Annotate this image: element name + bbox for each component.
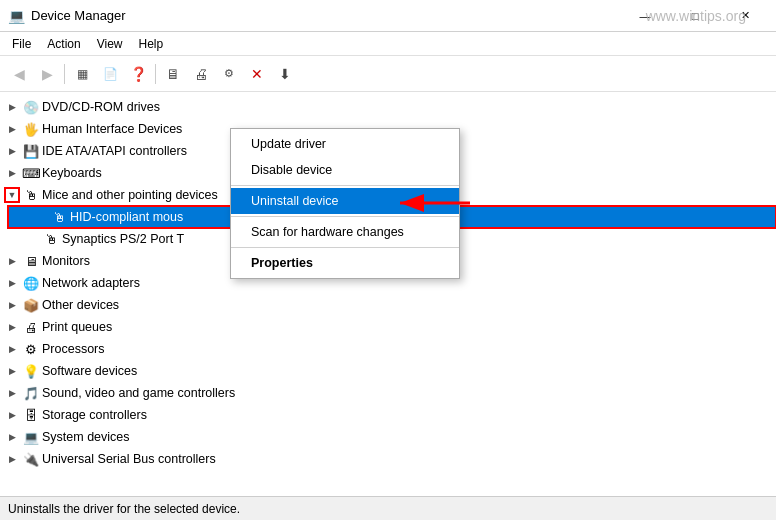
expand-usb[interactable]: ▶ — [4, 451, 20, 467]
toolbar-separator-1 — [64, 64, 65, 84]
ctx-separator-3 — [231, 247, 459, 248]
ctx-disable-device[interactable]: Disable device — [231, 157, 459, 183]
icon-storage: 🗄 — [23, 407, 39, 423]
label-print: Print queues — [42, 320, 112, 334]
tree-item-print[interactable]: ▶ 🖨 Print queues — [0, 316, 776, 338]
label-usb: Universal Serial Bus controllers — [42, 452, 216, 466]
icon-system: 💻 — [23, 429, 39, 445]
update-button[interactable]: ⬇ — [272, 61, 298, 87]
ctx-update-driver[interactable]: Update driver — [231, 131, 459, 157]
arrow-indicator — [395, 193, 475, 213]
ctx-scan-hardware[interactable]: Scan for hardware changes — [231, 219, 459, 245]
computer-button[interactable]: 🖥 — [160, 61, 186, 87]
status-text: Uninstalls the driver for the selected d… — [8, 502, 240, 516]
tree-item-system[interactable]: ▶ 💻 System devices — [0, 426, 776, 448]
properties-button[interactable]: ▦ — [69, 61, 95, 87]
menu-action[interactable]: Action — [39, 35, 88, 53]
ctx-properties[interactable]: Properties — [231, 250, 459, 276]
title-bar-icon: 💻 — [8, 8, 25, 24]
details-button[interactable]: 📄 — [97, 61, 123, 87]
print-button[interactable]: 🖨 — [188, 61, 214, 87]
tree-item-sound[interactable]: ▶ 🎵 Sound, video and game controllers — [0, 382, 776, 404]
expand-software[interactable]: ▶ — [4, 363, 20, 379]
label-ide: IDE ATA/ATAPI controllers — [42, 144, 187, 158]
ctx-separator-2 — [231, 216, 459, 217]
icon-hid-mouse: 🖱 — [51, 209, 67, 225]
icon-dvd: 💿 — [23, 99, 39, 115]
tree-item-processors[interactable]: ▶ ⚙ Processors — [0, 338, 776, 360]
menu-help[interactable]: Help — [131, 35, 172, 53]
icon-monitors: 🖥 — [23, 253, 39, 269]
expand-processors[interactable]: ▶ — [4, 341, 20, 357]
label-storage: Storage controllers — [42, 408, 147, 422]
watermark: www.wintips.org — [646, 8, 746, 24]
label-mice: Mice and other pointing devices — [42, 188, 218, 202]
label-sound: Sound, video and game controllers — [42, 386, 235, 400]
back-button[interactable]: ◀ — [6, 61, 32, 87]
label-other: Other devices — [42, 298, 119, 312]
forward-button[interactable]: ▶ — [34, 61, 60, 87]
label-dvd: DVD/CD-ROM drives — [42, 100, 160, 114]
expand-dvd[interactable]: ▶ — [4, 99, 20, 115]
expand-monitors[interactable]: ▶ — [4, 253, 20, 269]
status-bar: Uninstalls the driver for the selected d… — [0, 496, 776, 520]
expand-hid[interactable]: ▶ — [4, 121, 20, 137]
icon-synaptics: 🖱 — [43, 231, 59, 247]
expand-system[interactable]: ▶ — [4, 429, 20, 445]
tree-item-software[interactable]: ▶ 💡 Software devices — [0, 360, 776, 382]
tree-item-storage[interactable]: ▶ 🗄 Storage controllers — [0, 404, 776, 426]
expand-keyboards[interactable]: ▶ — [4, 165, 20, 181]
label-monitors: Monitors — [42, 254, 90, 268]
expand-mice[interactable]: ▼ — [4, 187, 20, 203]
label-hid: Human Interface Devices — [42, 122, 182, 136]
expand-network[interactable]: ▶ — [4, 275, 20, 291]
icon-print: 🖨 — [23, 319, 39, 335]
title-bar-title: Device Manager — [31, 8, 126, 23]
label-software: Software devices — [42, 364, 137, 378]
icon-sound: 🎵 — [23, 385, 39, 401]
expand-synaptics — [24, 231, 40, 247]
expand-sound[interactable]: ▶ — [4, 385, 20, 401]
red-arrow-icon — [395, 193, 475, 213]
expand-other[interactable]: ▶ — [4, 297, 20, 313]
scan-button[interactable]: ⚙ — [216, 61, 242, 87]
expand-storage[interactable]: ▶ — [4, 407, 20, 423]
toolbar: ◀ ▶ ▦ 📄 ❓ 🖥 🖨 ⚙ ✕ ⬇ — [0, 56, 776, 92]
ctx-separator-1 — [231, 185, 459, 186]
expand-ide[interactable]: ▶ — [4, 143, 20, 159]
help-button[interactable]: ❓ — [125, 61, 151, 87]
expand-print[interactable]: ▶ — [4, 319, 20, 335]
tree-item-other[interactable]: ▶ 📦 Other devices — [0, 294, 776, 316]
icon-hid: 🖐 — [23, 121, 39, 137]
expand-hid-mouse — [32, 209, 48, 225]
label-hid-mouse: HID-compliant mous — [70, 210, 183, 224]
label-synaptics: Synaptics PS/2 Port T — [62, 232, 184, 246]
label-keyboards: Keyboards — [42, 166, 102, 180]
label-system: System devices — [42, 430, 130, 444]
icon-other: 📦 — [23, 297, 39, 313]
icon-mice: 🖱 — [23, 187, 39, 203]
tree-item-dvd[interactable]: ▶ 💿 DVD/CD-ROM drives — [0, 96, 776, 118]
icon-ide: 💾 — [23, 143, 39, 159]
icon-usb: 🔌 — [23, 451, 39, 467]
icon-processors: ⚙ — [23, 341, 39, 357]
label-processors: Processors — [42, 342, 105, 356]
menu-bar: File Action View Help — [0, 32, 776, 56]
icon-keyboards: ⌨ — [23, 165, 39, 181]
menu-file[interactable]: File — [4, 35, 39, 53]
icon-software: 💡 — [23, 363, 39, 379]
menu-view[interactable]: View — [89, 35, 131, 53]
label-network: Network adapters — [42, 276, 140, 290]
tree-item-usb[interactable]: ▶ 🔌 Universal Serial Bus controllers — [0, 448, 776, 470]
uninstall-toolbar-button[interactable]: ✕ — [244, 61, 270, 87]
icon-network: 🌐 — [23, 275, 39, 291]
toolbar-separator-2 — [155, 64, 156, 84]
